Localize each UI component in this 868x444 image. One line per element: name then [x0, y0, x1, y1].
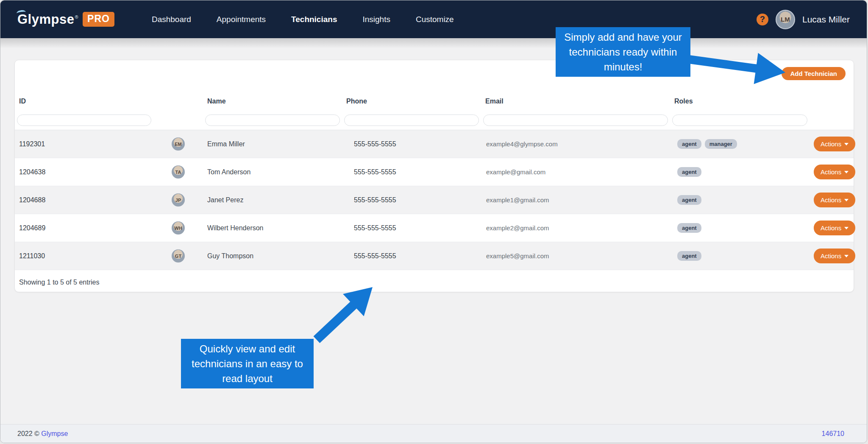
cell-id: 1204688 — [15, 196, 153, 204]
nav-item-dashboard[interactable]: Dashboard — [152, 15, 191, 24]
chevron-down-icon — [844, 143, 849, 145]
actions-dropdown-button[interactable]: Actions — [814, 221, 855, 235]
actions-label: Actions — [821, 224, 841, 232]
cell-name: Janet Perez — [203, 196, 342, 204]
role-badge: agent — [677, 139, 701, 149]
actions-label: Actions — [821, 168, 841, 176]
table-body: 1192301 EM Emma Miller 555-555-5555 exam… — [15, 130, 854, 270]
cell-avatar: GT — [153, 249, 203, 262]
footer-brand-link[interactable]: Glympse — [41, 430, 68, 437]
pro-badge: PRO — [83, 12, 114, 27]
app-window: Glympse® PRO Dashboard Appointments Tech… — [0, 0, 867, 443]
technician-row: 1204638 TA Tom Anderson 555-555-5555 exa… — [15, 158, 854, 186]
main-nav: Dashboard Appointments Technicians Insig… — [152, 15, 454, 24]
cell-actions: Actions — [810, 221, 860, 235]
cell-id: 1211030 — [15, 252, 153, 260]
column-header-id: ID — [15, 98, 153, 105]
actions-dropdown-button[interactable]: Actions — [814, 193, 855, 207]
chevron-down-icon — [844, 199, 849, 201]
cell-email: example5@gmail.com — [481, 252, 670, 260]
chevron-down-icon — [844, 227, 849, 229]
cell-avatar: JP — [153, 193, 203, 207]
cell-email: example1@gmail.com — [481, 196, 670, 204]
filter-input-id[interactable] — [17, 114, 151, 126]
tutorial-callout-add: Simply add and have your technicians rea… — [556, 27, 690, 77]
column-header-email: Email — [481, 98, 670, 105]
nav-item-technicians[interactable]: Technicians — [291, 15, 337, 24]
actions-label: Actions — [821, 252, 841, 260]
cell-email: example4@glympse.com — [481, 140, 670, 148]
cell-actions: Actions — [810, 137, 860, 151]
cell-phone: 555-555-5555 — [342, 196, 481, 204]
brand-logo[interactable]: Glympse® PRO — [17, 12, 114, 27]
role-badge: manager — [705, 139, 737, 149]
actions-dropdown-button[interactable]: Actions — [814, 165, 855, 179]
actions-label: Actions — [821, 140, 841, 148]
table-header-row: ID Name Phone Email Roles — [15, 92, 854, 110]
cell-avatar: EM — [153, 137, 203, 151]
help-icon[interactable]: ? — [757, 14, 768, 25]
cell-name: Emma Miller — [203, 140, 342, 148]
trademark-mark: ® — [75, 14, 78, 20]
nav-item-customize[interactable]: Customize — [416, 15, 454, 24]
actions-dropdown-button[interactable]: Actions — [814, 249, 855, 263]
cell-phone: 555-555-5555 — [342, 140, 481, 148]
technician-avatar: JP — [172, 193, 185, 207]
technician-row: 1211030 GT Guy Thompson 555-555-5555 exa… — [15, 242, 854, 270]
technician-row: 1192301 EM Emma Miller 555-555-5555 exam… — [15, 130, 854, 158]
tutorial-arrow-to-add-button — [679, 47, 793, 89]
cell-phone: 555-555-5555 — [342, 224, 481, 232]
column-header-phone: Phone — [342, 98, 481, 105]
footer-page-code[interactable]: 146710 — [822, 430, 844, 438]
chevron-down-icon — [844, 171, 849, 173]
top-navbar: Glympse® PRO Dashboard Appointments Tech… — [0, 0, 867, 38]
technician-row: 1204689 WH Wilbert Henderson 555-555-555… — [15, 214, 854, 242]
cell-name: Tom Anderson — [203, 168, 342, 176]
table-filter-row — [15, 110, 854, 130]
actions-dropdown-button[interactable]: Actions — [814, 137, 855, 151]
technician-avatar: WH — [172, 221, 185, 235]
cell-name: Wilbert Henderson — [203, 224, 342, 232]
nav-item-insights[interactable]: Insights — [362, 15, 390, 24]
filter-input-email[interactable] — [483, 114, 668, 126]
cell-avatar: TA — [153, 165, 203, 179]
cell-actions: Actions — [810, 249, 860, 263]
cell-name: Guy Thompson — [203, 252, 342, 260]
user-name[interactable]: Lucas Miller — [802, 14, 850, 25]
footer-copyright: 2022 © Glympse — [17, 430, 68, 438]
filter-input-roles[interactable] — [672, 114, 807, 126]
navbar-right: ? LM Lucas Miller — [757, 10, 850, 29]
technician-avatar: TA — [172, 165, 185, 179]
cell-roles: agent — [670, 195, 810, 205]
technician-avatar: EM — [172, 137, 185, 151]
entries-summary: Showing 1 to 5 of 5 entries — [15, 270, 854, 286]
cell-id: 1204638 — [15, 168, 153, 176]
chevron-down-icon — [844, 255, 849, 257]
column-header-roles: Roles — [670, 98, 810, 105]
cell-id: 1192301 — [15, 140, 153, 148]
cell-phone: 555-555-5555 — [342, 252, 481, 260]
cell-id: 1204689 — [15, 224, 153, 232]
nav-item-appointments[interactable]: Appointments — [217, 15, 266, 24]
user-avatar[interactable]: LM — [776, 10, 795, 29]
actions-label: Actions — [821, 196, 841, 204]
technician-row: 1204688 JP Janet Perez 555-555-5555 exam… — [15, 186, 854, 214]
cell-email: example@gmail.com — [481, 168, 670, 176]
cell-avatar: WH — [153, 221, 203, 235]
cell-roles: agentmanager — [670, 139, 810, 149]
technician-avatar: GT — [172, 249, 185, 262]
role-badge: agent — [677, 195, 701, 205]
cell-actions: Actions — [810, 193, 860, 207]
tutorial-callout-view-edit: Quickly view and edit technicians in an … — [181, 339, 314, 388]
filter-input-name[interactable] — [205, 114, 340, 126]
role-badge: agent — [677, 223, 701, 233]
role-badge: agent — [677, 167, 701, 177]
role-badge: agent — [677, 251, 701, 261]
copyright-text: 2022 © — [17, 430, 39, 437]
cell-actions: Actions — [810, 165, 860, 179]
brand-name: Glympse® — [17, 12, 78, 27]
tutorial-arrow-to-table — [305, 275, 381, 347]
page-footer: 2022 © Glympse 146710 — [0, 424, 867, 443]
filter-input-phone[interactable] — [344, 114, 479, 126]
column-header-name: Name — [203, 98, 342, 105]
